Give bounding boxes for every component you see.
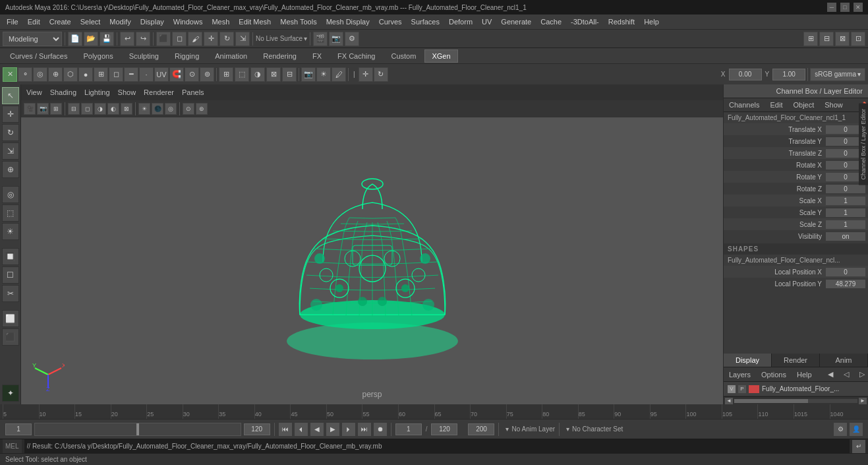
select-mode-button[interactable]: ✕ — [3, 67, 17, 82]
step-back-button[interactable]: ⏴ — [295, 423, 308, 436]
shadows-button[interactable]: 🌑 — [152, 103, 163, 115]
smooth-shade-button[interactable]: ◑ — [94, 103, 106, 115]
component-button[interactable]: ⚬ — [18, 67, 32, 82]
shade-button[interactable]: ◑ — [250, 67, 265, 82]
menu-item-uv[interactable]: UV — [478, 16, 496, 27]
scroll-left-button[interactable]: ◄ — [725, 398, 733, 404]
lights-button[interactable]: ☀ — [138, 103, 150, 115]
live-surface-chevron[interactable]: ▾ — [304, 35, 307, 42]
channel-value-6[interactable]: 1 — [826, 197, 865, 205]
menu-item-file[interactable]: File — [3, 16, 22, 27]
channel-box-vertical-tab[interactable]: Channel Box / Layer Editor — [859, 104, 868, 185]
wireframe-button[interactable]: ◻ — [81, 103, 93, 115]
menu-item-cache[interactable]: Cache — [536, 16, 565, 27]
ipr-button[interactable]: 📷 — [329, 32, 343, 46]
tab-fx[interactable]: FX — [305, 49, 329, 63]
view-menu[interactable]: View — [26, 88, 42, 96]
options-menu[interactable]: Options — [759, 369, 789, 380]
snap3-button[interactable]: ⊚ — [200, 67, 214, 82]
menu-item-display[interactable]: Display — [136, 16, 168, 27]
command-input[interactable] — [24, 439, 850, 453]
flat-shade-button[interactable]: ◐ — [107, 103, 119, 115]
tab-xgen[interactable]: XGen — [424, 49, 457, 63]
menu-item-mesh-tools[interactable]: Mesh Tools — [276, 16, 320, 27]
vert-button[interactable]: · — [139, 67, 154, 82]
step-forward-button[interactable]: ⏵ — [342, 423, 355, 436]
scale-button[interactable]: ⇲ — [235, 32, 250, 46]
local-pos-y-value[interactable]: 48.279 — [826, 280, 865, 288]
paint-button[interactable]: 🖌 — [188, 32, 202, 46]
skip-end-button[interactable]: ⏭ — [358, 423, 371, 436]
menu-item-redshift[interactable]: Redshift — [604, 16, 639, 27]
maximize-button[interactable]: □ — [840, 3, 850, 12]
tab-rendering[interactable]: Rendering — [256, 49, 304, 63]
layers-menu[interactable]: Layers — [726, 369, 753, 380]
face-button[interactable]: ◻ — [109, 67, 123, 82]
rotate2-button[interactable]: ↻ — [374, 67, 388, 82]
camera-persp-button[interactable]: 🎥 — [24, 103, 36, 115]
total-frames-input[interactable] — [468, 423, 494, 435]
scale-tool-button[interactable]: ⇲ — [2, 142, 19, 160]
layer-playback[interactable]: P — [738, 385, 746, 393]
menu-item-windows[interactable]: Windows — [169, 16, 207, 27]
ao-button[interactable]: ◎ — [165, 103, 177, 115]
softselect-button[interactable]: ◎ — [33, 67, 47, 82]
frame-start-input[interactable] — [5, 423, 32, 435]
show-menu-cb[interactable]: Show — [822, 100, 846, 110]
menu-item-mesh[interactable]: Mesh — [208, 16, 233, 27]
render-button[interactable]: ⬜ — [2, 310, 19, 327]
paint-select-button[interactable]: ☀ — [2, 223, 19, 240]
render-tab[interactable]: Render — [772, 354, 820, 367]
display-tab[interactable]: Display — [724, 354, 772, 367]
rotate-tool-button[interactable]: ↻ — [2, 124, 19, 141]
snap-together-button[interactable]: ☐ — [2, 266, 19, 284]
tab-sculpting[interactable]: Sculpting — [122, 49, 166, 63]
move-button[interactable]: ✛ — [204, 32, 218, 46]
region-cut-button[interactable]: ✂ — [2, 285, 19, 302]
soft-select-button[interactable]: ◎ — [2, 186, 19, 203]
prefs-button[interactable]: ⚙ — [834, 423, 847, 436]
object-menu[interactable]: Object — [790, 100, 817, 110]
channels-menu[interactable]: Channels — [726, 100, 762, 110]
fit-button[interactable]: ⊞ — [50, 103, 62, 115]
layers-btn2[interactable]: ◁ — [841, 369, 852, 380]
scroll-right-button[interactable]: ► — [859, 398, 867, 404]
menu-item-generate[interactable]: Generate — [497, 16, 535, 27]
camera-ortho-button[interactable]: 📷 — [37, 103, 49, 115]
menu-item-edit-mesh[interactable]: Edit Mesh — [235, 16, 275, 27]
play-forward-button[interactable]: ▶ — [326, 423, 339, 436]
shading-menu[interactable]: Shading — [50, 88, 76, 96]
timeline-ruler[interactable]: 5101520253035404550556065707580859095100… — [0, 404, 868, 419]
channel-value-7[interactable]: 1 — [826, 208, 865, 217]
snap-button[interactable]: 🧲 — [169, 67, 184, 82]
menu-item-help[interactable]: Help — [640, 16, 663, 27]
wire-button[interactable]: ⊟ — [282, 67, 297, 82]
renderer-menu[interactable]: Renderer — [144, 88, 174, 96]
tab-curves---surfaces[interactable]: Curves / Surfaces — [3, 49, 74, 63]
outline-button[interactable]: ⬚ — [235, 67, 249, 82]
command-enter-button[interactable]: ↵ — [852, 440, 865, 453]
help-menu[interactable]: Help — [794, 369, 815, 380]
undo-button[interactable]: ↩ — [120, 32, 134, 46]
gamma-dropdown[interactable]: sRGB gamma ▾ — [810, 68, 865, 81]
camera-button[interactable]: 📷 — [301, 67, 316, 82]
translate-x-input[interactable] — [729, 69, 762, 80]
close-button[interactable]: ✕ — [854, 3, 863, 12]
display-toggle-3[interactable]: ⊠ — [835, 32, 850, 46]
show-menu[interactable]: Show — [118, 88, 136, 96]
menu-item-deform[interactable]: Deform — [445, 16, 477, 27]
isolate-button[interactable]: ⊙ — [183, 103, 194, 115]
menu-item-mesh-display[interactable]: Mesh Display — [322, 16, 374, 27]
menu-item-modify[interactable]: Modify — [105, 16, 134, 27]
lighting-menu[interactable]: Lighting — [84, 88, 110, 96]
minimize-button[interactable]: ─ — [827, 3, 836, 12]
display-toggle-1[interactable]: ⊞ — [803, 32, 818, 46]
lasso-button[interactable]: ◻ — [172, 32, 187, 46]
new-file-button[interactable]: 📄 — [68, 32, 82, 46]
menu-item-select[interactable]: Select — [76, 16, 105, 27]
render-settings-button[interactable]: ⚙ — [345, 32, 359, 46]
light-button[interactable]: ☀ — [316, 67, 331, 82]
scrollbar-track[interactable] — [734, 399, 857, 403]
timeline-range[interactable] — [34, 423, 241, 436]
select-button[interactable]: ⬛ — [156, 32, 171, 46]
